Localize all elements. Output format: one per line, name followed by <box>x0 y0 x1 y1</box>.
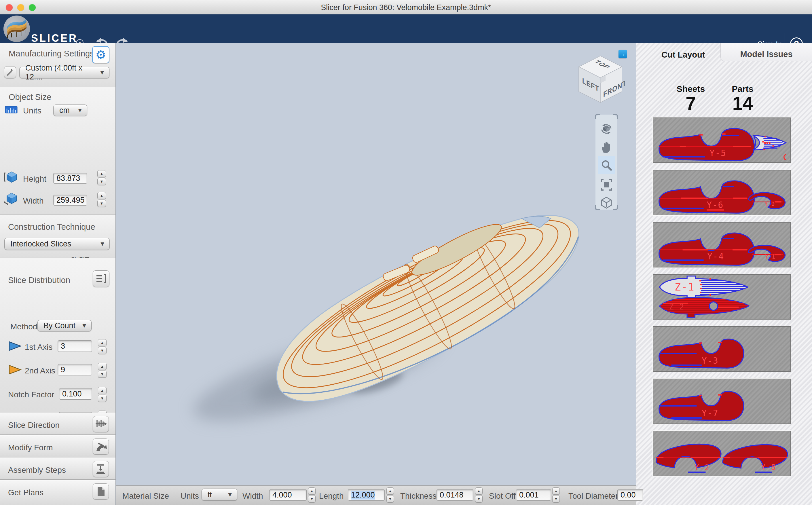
width-label: Width <box>23 196 44 205</box>
step-up-icon[interactable]: ▲ <box>97 192 106 199</box>
slice-direction-icon[interactable] <box>93 416 109 432</box>
chevron-down-icon: ▼ <box>99 240 106 247</box>
material-width-stepper[interactable]: ▲ ▼ <box>308 487 316 502</box>
assembly-steps-icon[interactable] <box>93 461 109 477</box>
step-up-icon[interactable]: ▲ <box>98 339 107 346</box>
step-down-icon[interactable]: ▼ <box>98 370 107 378</box>
gear-icon[interactable]: ⚙ <box>92 46 110 63</box>
sheet-preview-4[interactable]: Z-1 Z 2 <box>653 274 791 320</box>
slice-distribution-section: Slice Distribution Method By Count ▼ 1st… <box>0 258 116 412</box>
width-field[interactable]: 259.495 <box>53 195 87 205</box>
units-label: Units <box>23 106 41 116</box>
step-up-icon[interactable]: ▲ <box>308 487 316 495</box>
tool-diameter-field[interactable]: 0.00 <box>617 489 643 501</box>
isometric-view-icon[interactable] <box>600 196 613 209</box>
step-down-icon[interactable]: ▼ <box>386 495 394 502</box>
orbit-icon[interactable] <box>600 123 613 135</box>
sheet-preview-2[interactable]: Y-6 Y-9 <box>653 170 791 215</box>
step-down-icon[interactable]: ▼ <box>98 347 107 354</box>
thickness-stepper[interactable]: ▲ ▼ <box>475 487 483 502</box>
velomobile-model[interactable] <box>116 43 636 485</box>
assembly-steps-row[interactable]: Assembly Steps <box>0 458 116 480</box>
step-up-icon[interactable]: ▲ <box>552 487 560 495</box>
slice-distribution-title: Slice Distribution <box>8 276 70 285</box>
material-length-field[interactable]: 12.000 <box>348 489 385 501</box>
construction-technique-title: Construction Technique <box>8 222 95 232</box>
step-up-icon[interactable]: ▲ <box>475 487 483 495</box>
slot-offset-stepper[interactable]: ▲ ▼ <box>552 487 560 502</box>
chevron-down-icon: ▼ <box>77 107 83 114</box>
manufacturing-preset-dropdown[interactable]: Custom (4.00ft x 12.... ▼ <box>19 67 110 78</box>
first-axis-icon <box>8 341 22 353</box>
method-label: Method <box>10 322 37 331</box>
get-plans-row[interactable]: Get Plans <box>0 480 116 505</box>
distribution-list-icon[interactable] <box>93 270 110 287</box>
step-up-icon[interactable]: ▲ <box>386 487 394 495</box>
viewport-toolbar <box>596 115 617 210</box>
get-plans-icon[interactable] <box>93 483 109 500</box>
3d-viewport[interactable]: TOP LEFT FRONT <box>116 43 636 485</box>
tab-cut-layout[interactable]: Cut Layout <box>661 50 705 59</box>
second-axis-field[interactable]: 9 <box>57 364 92 375</box>
part-label: Y-1 <box>765 254 775 260</box>
fit-view-icon[interactable] <box>600 178 613 191</box>
thickness-field[interactable]: 0.0148 <box>437 489 473 501</box>
height-field[interactable]: 83.873 <box>53 173 87 184</box>
step-down-icon[interactable]: ▼ <box>552 495 560 502</box>
chevron-down-icon: ▼ <box>99 69 105 76</box>
parts-count: 14 <box>719 93 766 114</box>
object-size-title: Object Size <box>9 93 51 102</box>
second-axis-stepper[interactable]: ▲ ▼ <box>98 363 107 378</box>
material-length-stepper[interactable]: ▲ ▼ <box>386 487 394 502</box>
part-label: Y-5 <box>709 148 726 158</box>
app-window: Slicer for Fusion 360: Velomobile Exampl… <box>0 0 812 505</box>
sheet-preview-1[interactable]: Y-5 <box>653 118 791 163</box>
slice-direction-row[interactable]: Slice Direction <box>0 413 116 435</box>
step-down-icon[interactable]: ▼ <box>475 495 483 502</box>
second-axis-icon <box>8 364 22 376</box>
part-label: Y-3 <box>702 356 719 366</box>
app-header: SLICER FOR FUSION 360 ▼ Sign In ? <box>0 14 812 43</box>
width-stepper[interactable]: ▲ ▼ <box>97 192 106 207</box>
step-up-icon[interactable]: ▲ <box>97 170 106 177</box>
material-units-label: Units <box>181 491 199 501</box>
view-cube[interactable]: TOP LEFT FRONT <box>576 54 625 106</box>
first-axis-stepper[interactable]: ▲ ▼ <box>98 339 107 354</box>
notch-factor-field[interactable]: 0.100 <box>59 388 92 399</box>
step-up-icon[interactable]: ▲ <box>98 363 107 370</box>
slot-offset-field[interactable]: 0.001 <box>516 489 551 501</box>
step-down-icon[interactable]: ▼ <box>97 178 106 185</box>
units-dropdown[interactable]: cm ▼ <box>53 105 87 116</box>
sheets-label: Sheets <box>668 84 714 94</box>
notch-factor-stepper[interactable]: ▲ ▼ <box>98 387 107 402</box>
manufacturing-settings-section: Manufacturing Settings ⚙ Custom (4.00ft … <box>0 43 116 87</box>
material-width-field[interactable]: 4.000 <box>269 489 307 501</box>
part-label: Y-4 <box>707 251 724 262</box>
height-stepper[interactable]: ▲ ▼ <box>97 170 106 185</box>
modify-form-icon[interactable] <box>93 439 109 455</box>
sheet-preview-7[interactable]: Y-2 Y-8 <box>653 431 791 476</box>
construction-technique-dropdown[interactable]: Interlocked Slices ▼ <box>4 238 110 250</box>
material-length-value: 12.000 <box>351 491 375 500</box>
method-value: By Count <box>43 321 75 330</box>
first-axis-field[interactable]: 3 <box>57 340 92 352</box>
pan-hand-icon[interactable] <box>600 141 613 154</box>
sheet-preview-5[interactable]: Y-3 <box>653 326 791 372</box>
zoom-icon[interactable] <box>600 159 613 172</box>
modify-form-row[interactable]: Modify Form <box>0 435 116 457</box>
sheet-preview-3[interactable]: Y-4 Y-1 <box>653 222 791 268</box>
step-up-icon[interactable]: ▲ <box>98 387 107 394</box>
material-units-dropdown[interactable]: ft ▼ <box>201 489 237 501</box>
tab-model-issues[interactable]: Model Issues <box>720 43 812 61</box>
method-dropdown[interactable]: By Count ▼ <box>37 320 92 331</box>
parts-label: Parts <box>719 84 766 94</box>
edit-pencil-icon[interactable] <box>4 66 16 78</box>
collapse-panel-button[interactable]: → <box>619 50 627 58</box>
second-axis-label: 2nd Axis <box>25 366 55 375</box>
part-label: Y-7 <box>702 408 719 418</box>
step-down-icon[interactable]: ▼ <box>308 495 316 502</box>
titlebar: Slicer for Fusion 360: Velomobile Exampl… <box>0 0 812 14</box>
step-down-icon[interactable]: ▼ <box>97 200 106 207</box>
sheet-preview-6[interactable]: Y-7 <box>653 379 791 424</box>
step-down-icon[interactable]: ▼ <box>98 395 107 402</box>
